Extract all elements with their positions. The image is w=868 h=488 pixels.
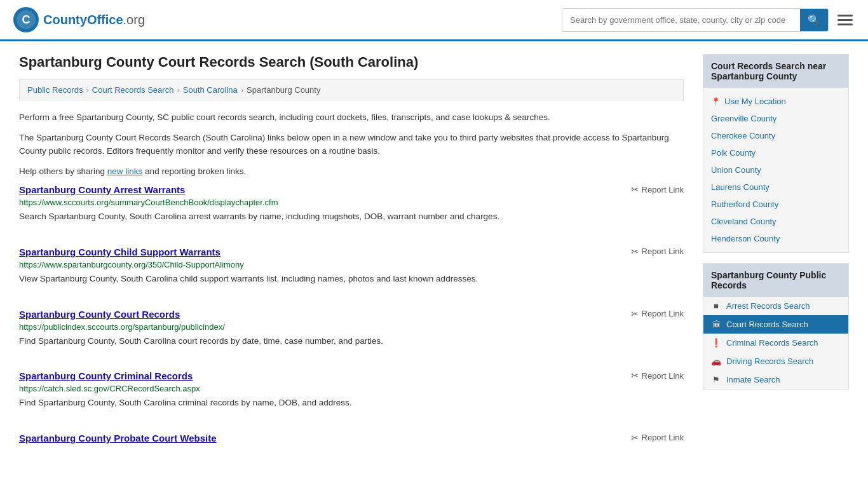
breadcrumb-court-records[interactable]: Court Records Search: [92, 85, 174, 95]
scissors-icon: ✂: [631, 309, 639, 319]
nearby-county-link-4[interactable]: Laurens County: [711, 182, 770, 192]
result-url-3[interactable]: https://catch.sled.sc.gov/CRCRecordSearc…: [19, 384, 684, 393]
result-header: Spartanburg County Probate Court Website…: [19, 433, 684, 444]
public-records-list: ■ Arrest Records Search 🏛 Court Records …: [703, 297, 848, 389]
scissors-icon: ✂: [631, 184, 639, 194]
pub-rec-item-1[interactable]: 🏛 Court Records Search: [703, 315, 848, 334]
result-desc-1: View Spartanburg County, South Carolina …: [19, 272, 684, 286]
pub-rec-icon-3: 🚗: [711, 356, 721, 366]
desc3-prefix: Help others by sharing: [19, 166, 107, 176]
scissors-icon: ✂: [631, 370, 639, 381]
pub-rec-icon-1: 🏛: [711, 320, 721, 329]
pub-rec-item-0[interactable]: ■ Arrest Records Search: [703, 297, 848, 315]
pub-rec-link-1[interactable]: Court Records Search: [726, 320, 808, 329]
result-title-0[interactable]: Spartanburg County Arrest Warrants: [19, 184, 185, 195]
logo[interactable]: C CountyOffice.org: [13, 6, 145, 33]
hamburger-line: [837, 24, 853, 25]
pub-rec-link-2[interactable]: Criminal Records Search: [726, 338, 818, 348]
breadcrumb-public-records[interactable]: Public Records: [27, 85, 83, 95]
breadcrumb-current: Spartanburg County: [247, 85, 320, 95]
nearby-county-item[interactable]: Cherokee County: [703, 127, 848, 144]
search-input[interactable]: [562, 10, 800, 30]
result-title-2[interactable]: Spartanburg County Court Records: [19, 309, 180, 320]
pub-rec-icon-2: ❗: [711, 338, 721, 348]
location-icon: 📍: [711, 97, 721, 106]
pub-rec-item-4[interactable]: ⚑ Inmate Search: [703, 370, 848, 389]
result-desc-0: Search Spartanburg County, South Carolin…: [19, 210, 684, 224]
nearby-header: Court Records Search near Spartanburg Co…: [703, 55, 848, 88]
report-link-1[interactable]: ✂ Report Link: [631, 247, 684, 257]
use-location-link[interactable]: Use My Location: [724, 97, 786, 106]
nearby-county-link-3[interactable]: Union County: [711, 165, 761, 175]
nearby-county-item[interactable]: Union County: [703, 161, 848, 179]
pub-rec-link-3[interactable]: Driving Records Search: [726, 356, 813, 366]
result-header: Spartanburg County Child Support Warrant…: [19, 247, 684, 257]
pub-rec-item-3[interactable]: 🚗 Driving Records Search: [703, 352, 848, 370]
nearby-county-link-5[interactable]: Rutherford County: [711, 200, 778, 209]
breadcrumb-south-carolina[interactable]: South Carolina: [183, 85, 238, 95]
menu-button[interactable]: [835, 12, 855, 28]
report-link-2[interactable]: ✂ Report Link: [631, 309, 684, 319]
page-title: Spartanburg County Court Records Search …: [19, 54, 684, 71]
result-header: Spartanburg County Court Records ✂ Repor…: [19, 309, 684, 320]
description-3: Help others by sharing new links and rep…: [19, 165, 684, 179]
result-url-0[interactable]: https://www.sccourts.org/summaryCourtBen…: [19, 198, 684, 207]
report-link-4[interactable]: ✂ Report Link: [631, 433, 684, 443]
nearby-county-link-2[interactable]: Polk County: [711, 148, 756, 158]
new-links-link[interactable]: new links: [107, 166, 143, 176]
result-header: Spartanburg County Arrest Warrants ✂ Rep…: [19, 184, 684, 195]
result-item: Spartanburg County Criminal Records ✂ Re…: [19, 370, 684, 416]
breadcrumb-sep: ›: [86, 85, 88, 95]
report-link-0[interactable]: ✂ Report Link: [631, 184, 684, 194]
report-label: Report Link: [642, 185, 684, 194]
result-url-link-0[interactable]: https://www.sccourts.org/summaryCourtBen…: [19, 198, 278, 207]
nearby-county-link-7[interactable]: Henderson County: [711, 234, 780, 243]
logo-icon: C: [13, 6, 39, 33]
desc3-suffix: and reporting broken links.: [142, 166, 246, 176]
search-bar: 🔍: [562, 8, 829, 32]
report-label: Report Link: [642, 309, 684, 318]
result-url-2[interactable]: https://publicindex.sccourts.org/spartan…: [19, 322, 684, 332]
use-my-location[interactable]: 📍 Use My Location: [703, 93, 848, 110]
result-url-link-1[interactable]: https://www.spartanburgcounty.org/350/Ch…: [19, 260, 244, 269]
nearby-county-item[interactable]: Laurens County: [703, 179, 848, 196]
result-header: Spartanburg County Criminal Records ✂ Re…: [19, 370, 684, 381]
header-controls: 🔍: [562, 8, 855, 32]
nearby-county-link-6[interactable]: Cleveland County: [711, 217, 776, 226]
result-desc-3: Find Spartanburg County, South Carolina …: [19, 396, 684, 410]
hamburger-line: [837, 19, 853, 21]
result-desc-2: Find Spartanburg County, South Carolina …: [19, 334, 684, 348]
result-url-1[interactable]: https://www.spartanburgcounty.org/350/Ch…: [19, 260, 684, 269]
pub-rec-link-4[interactable]: Inmate Search: [726, 375, 780, 384]
result-title-1[interactable]: Spartanburg County Child Support Warrant…: [19, 247, 220, 257]
main-container: Spartanburg County Court Records Search …: [0, 41, 868, 482]
content-area: Spartanburg County Court Records Search …: [19, 54, 684, 469]
result-title-3[interactable]: Spartanburg County Criminal Records: [19, 370, 193, 381]
nearby-county-link-0[interactable]: Greenville County: [711, 114, 776, 123]
pub-rec-item-2[interactable]: ❗ Criminal Records Search: [703, 334, 848, 352]
site-header: C CountyOffice.org 🔍: [0, 0, 868, 41]
result-item: Spartanburg County Child Support Warrant…: [19, 247, 684, 292]
result-item: Spartanburg County Arrest Warrants ✂ Rep…: [19, 184, 684, 230]
report-link-3[interactable]: ✂ Report Link: [631, 370, 684, 381]
results-list: Spartanburg County Arrest Warrants ✂ Rep…: [19, 184, 684, 452]
result-title-4[interactable]: Spartanburg County Probate Court Website: [19, 433, 217, 444]
result-item: Spartanburg County Probate Court Website…: [19, 433, 684, 452]
nearby-county-item[interactable]: Rutherford County: [703, 196, 848, 213]
breadcrumb: Public Records › Court Records Search › …: [19, 79, 684, 100]
search-button[interactable]: 🔍: [800, 9, 828, 31]
logo-text: CountyOffice.org: [43, 13, 145, 27]
nearby-county-item[interactable]: Greenville County: [703, 110, 848, 127]
pub-rec-icon-0: ■: [711, 301, 721, 311]
nearby-county-item[interactable]: Henderson County: [703, 230, 848, 247]
nearby-counties: Greenville CountyCherokee CountyPolk Cou…: [703, 110, 848, 247]
pub-rec-link-0[interactable]: Arrest Records Search: [726, 301, 810, 311]
result-url-link-2[interactable]: https://publicindex.sccourts.org/spartan…: [19, 322, 225, 332]
scissors-icon: ✂: [631, 247, 639, 257]
result-url-link-3[interactable]: https://catch.sled.sc.gov/CRCRecordSearc…: [19, 384, 200, 393]
nearby-county-item[interactable]: Cleveland County: [703, 213, 848, 230]
nearby-county-link-1[interactable]: Cherokee County: [711, 131, 775, 140]
description-1: Perform a free Spartanburg County, SC pu…: [19, 111, 684, 125]
nearby-county-item[interactable]: Polk County: [703, 144, 848, 161]
sidebar: Court Records Search near Spartanburg Co…: [703, 54, 849, 469]
